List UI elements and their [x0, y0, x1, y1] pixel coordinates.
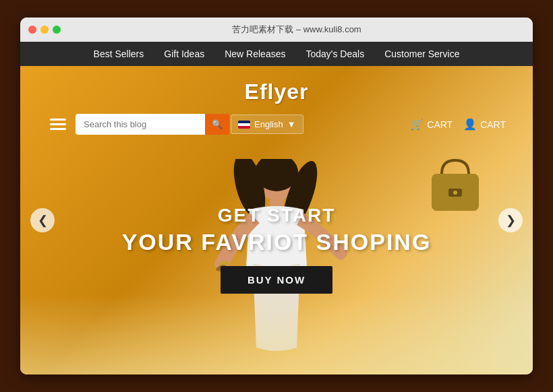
cart-label: CART	[427, 119, 453, 130]
cart-icon: 🛒	[410, 118, 424, 131]
hero-section: Eflyer 🔍 English ▼	[20, 66, 533, 374]
dot-green[interactable]	[53, 26, 61, 34]
nav-item-customer-service[interactable]: Customer Service	[384, 48, 459, 59]
language-selector[interactable]: English ▼	[231, 115, 303, 134]
hero-title: YOUR FAVRIOT SHOPING	[20, 229, 533, 255]
search-container: 🔍	[76, 114, 224, 135]
user-cart-button[interactable]: 👤 CART	[463, 118, 506, 131]
user-cart-label: CART	[480, 119, 506, 130]
svg-point-10	[453, 191, 457, 195]
cart-button[interactable]: 🛒 CART	[410, 118, 453, 131]
nav-item-todays-deals[interactable]: Today's Deals	[305, 48, 364, 59]
top-nav: Best Sellers Gift Ideas New Releases Tod…	[20, 42, 533, 66]
browser-titlebar: 苦力吧素材下载 – www.kuli8.com	[20, 18, 533, 42]
nav-item-gift-ideas[interactable]: Gift Ideas	[164, 48, 204, 59]
bottom-fade	[20, 294, 533, 374]
browser-dots	[28, 26, 61, 34]
hero-text-container: GET START YOUR FAVRIOT SHOPING BUY NOW	[20, 205, 533, 294]
hero-subtitle: GET START	[20, 205, 533, 226]
buy-now-button[interactable]: BUY NOW	[221, 266, 332, 294]
carousel-next-button[interactable]: ❯	[498, 208, 523, 232]
browser-window: 苦力吧素材下载 – www.kuli8.com Best Sellers Gif…	[20, 18, 533, 374]
hamburger-button[interactable]	[47, 116, 69, 133]
dot-yellow[interactable]	[40, 26, 49, 34]
nav-item-new-releases[interactable]: New Releases	[225, 48, 285, 59]
hamburger-line-2	[50, 123, 66, 125]
language-label: English	[254, 119, 283, 129]
nav-item-best-sellers[interactable]: Best Sellers	[94, 48, 144, 59]
search-row: 🔍 English ▼ 🛒 CART 👤 CART	[20, 114, 533, 135]
flag-icon	[238, 121, 250, 129]
hamburger-line-3	[50, 128, 66, 130]
cart-section: 🛒 CART 👤 CART	[410, 118, 506, 131]
user-icon: 👤	[463, 118, 477, 131]
browser-title: 苦力吧素材下载 – www.kuli8.com	[69, 24, 525, 36]
website-content: Best Sellers Gift Ideas New Releases Tod…	[20, 42, 533, 374]
dot-red[interactable]	[28, 26, 36, 34]
search-input[interactable]	[76, 114, 205, 135]
brand-name: Eflyer	[245, 79, 309, 104]
search-button[interactable]: 🔍	[205, 114, 229, 135]
carousel-prev-button[interactable]: ❮	[30, 208, 55, 232]
hamburger-line-1	[50, 119, 66, 121]
chevron-down-icon: ▼	[287, 119, 296, 129]
